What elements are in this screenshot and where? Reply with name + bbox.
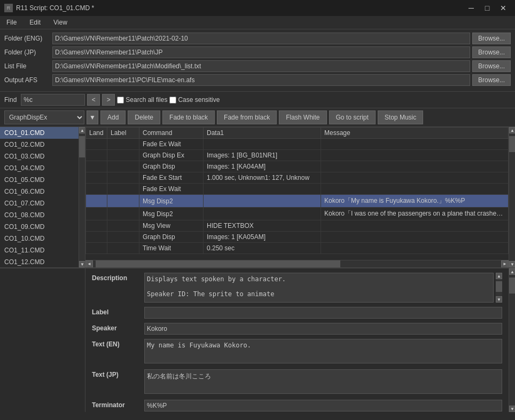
bottom-scroll-up[interactable]: ▲ [509,268,515,275]
file-item[interactable]: CO1_10.CMD [0,233,79,244]
folder-eng-label: Folder (ENG) [4,35,52,42]
label-value-area [144,307,502,319]
desc-scroll-up[interactable]: ▲ [496,273,502,279]
table-scroll-up[interactable]: ▲ [509,127,515,133]
desc-scroll-thumb[interactable] [496,281,502,292]
label-input[interactable] [144,307,502,319]
col-header-data1: Data1 [204,128,321,139]
file-list-scrollbar: ▲ ▼ [79,127,85,267]
list-file-browse[interactable]: Browse... [472,60,511,72]
list-file-label: List File [4,62,52,70]
col-header-message: Message [321,128,509,139]
table-row[interactable]: Fade Ex Wait [86,139,509,150]
file-item[interactable]: CO1_04.CMD [0,162,79,174]
scroll-left-button[interactable]: ◄ [85,260,93,268]
add-button[interactable]: Add [100,110,126,124]
file-item[interactable]: CO1_06.CMD [0,186,79,197]
cell-land [86,195,107,208]
table-row[interactable]: Msg Disp2 Kokoro「I was one of the passen… [86,208,509,220]
dropdown-arrow-button[interactable]: ▼ [87,110,98,124]
cell-land [86,150,107,161]
file-item[interactable]: CO1_08.CMD [0,209,79,221]
bottom-scroll-track [509,275,515,406]
scroll-right-button[interactable]: ► [501,260,509,268]
delete-button[interactable]: Delete [128,110,160,124]
cell-message [321,184,509,195]
maximize-button[interactable]: □ [480,1,495,15]
command-dropdown[interactable]: GraphDispEx [4,110,84,124]
go-to-script-button[interactable]: Go to script [329,110,376,124]
description-textarea[interactable]: Displays text spoken by a character. Spe… [144,273,494,303]
minimize-button[interactable]: ─ [464,1,479,15]
cell-label [107,139,139,150]
file-item[interactable]: CO1_05.CMD [0,174,79,186]
output-afs-browse[interactable]: Browse... [472,74,511,86]
speaker-input[interactable] [144,323,502,335]
folder-jp-browse[interactable]: Browse... [472,46,511,58]
table-scroll-thumb[interactable] [509,136,515,152]
toolbar-row: GraphDispEx ▼ Add Delete Fade to black F… [0,108,515,127]
cell-command: Fade Ex Wait [139,139,204,150]
flash-white-button[interactable]: Flash White [279,110,326,124]
folder-jp-input[interactable] [52,46,470,58]
table-row[interactable]: Time Wait 0.250 sec [86,243,509,254]
file-item[interactable]: CO1_07.CMD [0,197,79,209]
table-row[interactable]: Fade Ex Wait [86,184,509,195]
terminator-label: Terminator [92,400,140,409]
desc-scroll-down[interactable]: ▼ [496,296,502,303]
file-item[interactable]: CO1_09.CMD [0,221,79,233]
file-item[interactable]: CO1_03.CMD [0,150,79,162]
table-row[interactable]: Graph Disp Images: 1 [KA05AM] [86,232,509,243]
cell-land [86,232,107,243]
h-scroll-thumb[interactable] [96,260,340,268]
table-row[interactable]: Msg View HIDE TEXTBOX [86,220,509,232]
find-next-button[interactable]: > [102,94,115,106]
scroll-thumb[interactable] [79,136,85,157]
menu-edit[interactable]: Edit [23,17,47,28]
scroll-down-button[interactable]: ▼ [79,261,85,267]
cell-message: Kokoro「My name is Fuyukawa Kokoro.」%K%P [321,195,509,208]
bottom-scroll-down[interactable]: ▼ [509,406,515,412]
close-button[interactable]: ✕ [496,1,511,15]
title-bar: R R11 Script: CO1_01.CMD * ─ □ ✕ [0,0,515,16]
cell-land [86,161,107,172]
bottom-scroll-thumb[interactable] [509,278,515,294]
find-input[interactable] [21,94,85,106]
cell-label [107,195,139,208]
cell-command: Fade Ex Start [139,172,204,184]
menu-file[interactable]: File [0,17,23,28]
table-row[interactable]: Graph Disp Images: 1 [KA04AM] [86,161,509,172]
find-prev-button[interactable]: < [87,94,100,106]
list-file-input[interactable] [52,60,470,72]
text-jp-textarea[interactable]: 私の名前は冬川こころ [144,369,502,394]
file-item[interactable]: CO1_12.CMD [0,256,79,267]
bottom-properties: Description Displays text spoken by a ch… [85,268,509,412]
desc-scrollbar: ▲ ▼ [496,273,502,303]
menu-view[interactable]: View [47,17,74,28]
file-item[interactable]: CO1_02.CMD [0,139,79,150]
fade-to-black-button[interactable]: Fade to black [162,110,215,124]
fade-from-black-button[interactable]: Fade from black [217,110,277,124]
folder-eng-browse[interactable]: Browse... [472,33,511,44]
table-row[interactable]: Graph Disp Ex Images: 1 [BG_B01NR1] [86,150,509,161]
cell-message [321,232,509,243]
table-row[interactable]: Msg Disp2 Kokoro「My name is Fuyukawa Kok… [86,195,509,208]
table-scroll-down[interactable]: ▼ [509,261,515,267]
file-item[interactable]: CO1_11.CMD [0,244,79,256]
list-file-row: List File Browse... [4,60,511,72]
file-item[interactable]: CO1_01.CMD [0,127,79,139]
speaker-label: Speaker [92,323,140,332]
folder-eng-input[interactable] [52,33,470,44]
search-all-checkbox[interactable] [117,97,124,104]
output-afs-input[interactable] [52,74,470,86]
scroll-up-button[interactable]: ▲ [79,127,85,133]
cell-label [107,232,139,243]
find-label: Find [4,96,17,104]
table-row[interactable]: Fade Ex Start 1.000 sec, Unknown1: 127, … [86,172,509,184]
case-sensitive-checkbox[interactable] [169,97,176,104]
text-en-textarea[interactable]: My name is Fuyukawa Kokoro. [144,339,502,363]
cell-data1: 0.250 sec [204,243,321,254]
table-vertical-scrollbar: ▲ ▼ [509,127,515,267]
terminator-input[interactable] [144,400,502,411]
stop-music-button[interactable]: Stop Music [378,110,423,124]
